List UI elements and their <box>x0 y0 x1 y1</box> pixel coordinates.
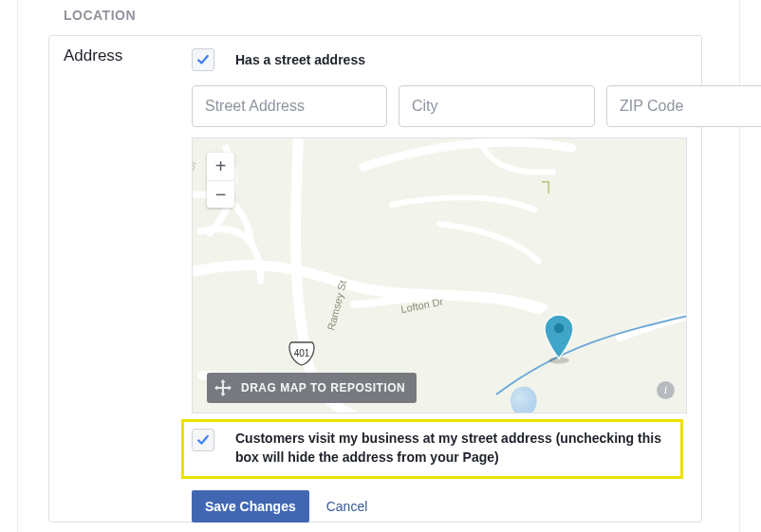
zip-input[interactable] <box>606 85 761 127</box>
has-street-address-checkbox[interactable] <box>192 48 214 71</box>
svg-marker-2 <box>220 379 225 382</box>
address-content-column: Has a street address <box>192 46 687 523</box>
map-container[interactable]: Ramsey St Lofton Dr Dr ┐ 401 + − <box>192 138 687 413</box>
save-button[interactable]: Save Changes <box>192 490 309 523</box>
form-actions: Save Changes Cancel <box>192 490 687 523</box>
has-street-address-row: Has a street address <box>192 46 687 73</box>
svg-marker-3 <box>220 394 225 396</box>
checkmark-icon <box>196 53 210 66</box>
map-drag-hint: DRAG MAP TO REPOSITION <box>207 373 417 403</box>
cancel-button[interactable]: Cancel <box>326 499 368 514</box>
section-heading-location: LOCATION <box>64 8 136 23</box>
has-street-address-label: Has a street address <box>235 51 365 68</box>
map-green-marker: ┐ <box>542 171 555 193</box>
svg-rect-7 <box>217 387 229 389</box>
route-shield-number: 401 <box>294 348 310 358</box>
map-background: Ramsey St Lofton Dr Dr ┐ 401 <box>193 138 686 413</box>
city-input[interactable] <box>399 85 595 127</box>
checkmark-icon <box>196 433 210 447</box>
svg-marker-4 <box>214 385 217 390</box>
field-label-address: Address <box>64 46 122 65</box>
address-input-row <box>192 85 687 127</box>
zoom-in-button[interactable]: + <box>207 153 234 180</box>
map-drag-hint-text: DRAG MAP TO REPOSITION <box>241 381 405 394</box>
customers-visit-label: Customers visit my business at my street… <box>235 429 669 468</box>
customers-visit-row: Customers visit my business at my street… <box>181 419 683 479</box>
move-icon <box>214 379 232 396</box>
map-info-button[interactable]: i <box>657 381 675 399</box>
route-shield-icon: 401 <box>288 339 316 367</box>
customers-visit-checkbox[interactable] <box>192 429 214 451</box>
street-address-input[interactable] <box>192 85 387 127</box>
svg-marker-5 <box>229 385 232 390</box>
map-zoom-controls: + − <box>207 153 234 208</box>
zoom-out-button[interactable]: − <box>207 180 234 208</box>
